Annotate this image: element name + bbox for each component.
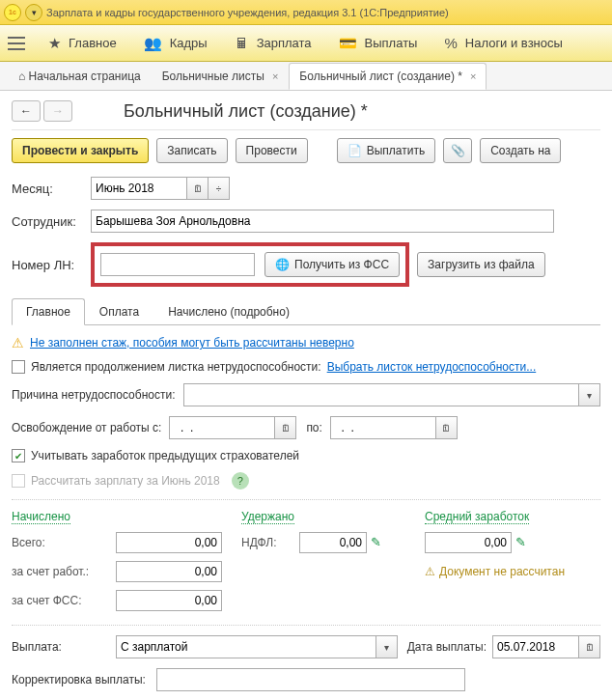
- pencil-icon[interactable]: ✎: [515, 535, 526, 549]
- star-icon: ★: [48, 35, 61, 52]
- calculator-icon: 🖩: [235, 35, 249, 51]
- payout-date-input[interactable]: [492, 635, 579, 658]
- get-from-fss-button[interactable]: 🌐Получить из ФСС: [264, 252, 400, 277]
- sub-tabs: Главное Оплата Начислено (подробно): [12, 298, 600, 325]
- month-stepper-icon[interactable]: ÷: [209, 177, 230, 200]
- menu-staff[interactable]: 👥Кадры: [130, 25, 221, 61]
- accrued-header[interactable]: Начислено: [12, 510, 70, 524]
- post-and-close-button[interactable]: Провести и закрыть: [12, 138, 149, 163]
- dropdown-icon[interactable]: ▾: [376, 635, 398, 658]
- window-titlebar: 1c ▾ Зарплата и кадры государственного у…: [0, 0, 612, 25]
- average-input[interactable]: [425, 532, 512, 553]
- close-icon[interactable]: ×: [470, 70, 476, 82]
- subtab-accrued[interactable]: Начислено (подробно): [153, 298, 304, 324]
- calendar-icon[interactable]: 🗓: [275, 416, 296, 439]
- dropdown-icon[interactable]: ▾: [25, 4, 42, 21]
- warning-icon: ⚠: [12, 335, 24, 350]
- reason-label: Причина нетрудоспособности:: [12, 388, 176, 402]
- menu-icon[interactable]: [8, 37, 25, 50]
- correction-row: Корректировка выплаты:: [12, 668, 600, 691]
- period-to-label: по:: [306, 421, 322, 434]
- calculation-block: Начислено Удержано Средний заработок Все…: [12, 499, 600, 611]
- menu-payments[interactable]: 💳Выплаты: [325, 25, 431, 61]
- paperclip-icon: 📎: [451, 144, 465, 157]
- main-menu: ★Главное 👥Кадры 🖩Зарплата 💳Выплаты %Нало…: [35, 25, 576, 61]
- total-input[interactable]: [116, 532, 222, 553]
- forward-button: →: [43, 100, 72, 122]
- attach-button[interactable]: 📎: [443, 138, 472, 163]
- nav-header: ← → Больничный лист (создание) *: [12, 100, 600, 130]
- ndfl-label: НДФЛ:: [241, 536, 299, 549]
- menu-main[interactable]: ★Главное: [35, 25, 130, 61]
- recalc-checkbox: [12, 474, 25, 488]
- ln-label: Номер ЛН:: [12, 258, 91, 272]
- period-row: Освобождение от работы с: 🗓 по: 🗓: [12, 416, 600, 439]
- reason-dropdown-icon[interactable]: ▾: [579, 383, 600, 406]
- save-button[interactable]: Записать: [156, 138, 227, 163]
- hint-icon[interactable]: ?: [232, 472, 249, 490]
- withheld-header[interactable]: Удержано: [241, 510, 294, 524]
- payout-select[interactable]: [116, 635, 376, 658]
- fss-highlight-box: 🌐Получить из ФСС: [91, 242, 409, 287]
- continuation-label: Является продолжением листка нетрудоспос…: [31, 360, 321, 374]
- people-icon: 👥: [144, 35, 162, 52]
- employee-row: Сотрудник:: [12, 210, 600, 233]
- correction-label: Корректировка выплаты:: [12, 673, 156, 686]
- calendar-icon[interactable]: 🗓: [579, 635, 600, 658]
- window-title: Зарплата и кадры государственного учрежд…: [46, 7, 449, 18]
- payout-row: Выплата: ▾ Дата выплаты: 🗓: [12, 625, 600, 658]
- month-input[interactable]: [91, 177, 187, 200]
- average-header[interactable]: Средний заработок: [425, 510, 529, 524]
- prev-employers-checkbox[interactable]: ✔: [12, 449, 25, 462]
- back-button[interactable]: ←: [12, 100, 41, 122]
- select-sheet-link[interactable]: Выбрать листок нетрудоспособности...: [327, 360, 537, 374]
- warning-icon: ⚠: [425, 565, 435, 578]
- continuation-checkbox[interactable]: [12, 360, 25, 374]
- ln-number-input[interactable]: [100, 253, 255, 276]
- payout-date-label: Дата выплаты:: [407, 640, 487, 654]
- subtab-main[interactable]: Главное: [12, 298, 85, 325]
- reason-input[interactable]: [183, 383, 580, 406]
- recalc-label: Рассчитать зарплату за Июнь 2018: [31, 474, 220, 488]
- subtab-payment[interactable]: Оплата: [85, 298, 153, 324]
- recalc-row: Рассчитать зарплату за Июнь 2018 ?: [12, 472, 600, 490]
- globe-icon: 🌐: [275, 258, 290, 271]
- employee-label: Сотрудник:: [12, 214, 91, 229]
- ln-row: Номер ЛН: 🌐Получить из ФСС Загрузить из …: [12, 242, 600, 287]
- correction-input[interactable]: [156, 668, 465, 691]
- menu-salary[interactable]: 🖩Зарплата: [221, 25, 325, 61]
- tab-sick-doc[interactable]: Больничный лист (создание) *×: [289, 63, 487, 90]
- employee-input[interactable]: [91, 210, 554, 233]
- prev-employers-row: ✔ Учитывать заработок предыдущих страхов…: [12, 449, 600, 462]
- pay-button[interactable]: 📄Выплатить: [337, 138, 436, 163]
- date-from-input[interactable]: [169, 416, 275, 439]
- money-icon: 📄: [348, 144, 362, 157]
- main-toolbar: ★Главное 👥Кадры 🖩Зарплата 💳Выплаты %Нало…: [0, 25, 612, 62]
- load-from-file-button[interactable]: Загрузить из файла: [417, 252, 545, 277]
- fss-input[interactable]: [116, 590, 222, 611]
- employer-label: за счет работ.:: [12, 565, 116, 578]
- ndfl-input[interactable]: [299, 532, 367, 553]
- not-calculated-label: Документ не рассчитан: [439, 565, 565, 578]
- payout-label: Выплата:: [12, 640, 116, 654]
- month-input-wrap: 🗓 ÷: [91, 177, 230, 200]
- create-based-button[interactable]: Создать на: [480, 138, 561, 163]
- tab-sick-list[interactable]: Больничные листы×: [152, 63, 290, 90]
- employer-input[interactable]: [116, 561, 222, 582]
- home-icon: ⌂: [18, 70, 25, 83]
- post-button[interactable]: Провести: [236, 138, 308, 163]
- action-toolbar: Провести и закрыть Записать Провести 📄Вы…: [12, 138, 600, 163]
- calendar-icon[interactable]: 🗓: [436, 416, 458, 439]
- date-to-input[interactable]: [330, 416, 436, 439]
- prev-employers-label: Учитывать заработок предыдущих страховат…: [31, 449, 299, 462]
- close-icon[interactable]: ×: [272, 70, 278, 82]
- pencil-icon[interactable]: ✎: [371, 535, 381, 549]
- fss-label: за счет ФСС:: [12, 594, 116, 607]
- continuation-row: Является продолжением листка нетрудоспос…: [12, 360, 600, 374]
- tab-home[interactable]: ⌂ Начальная страница: [8, 63, 152, 90]
- warning-link[interactable]: Не заполнен стаж, пособия могут быть рас…: [30, 336, 354, 350]
- page-title: Больничный лист (создание) *: [124, 101, 368, 122]
- menu-taxes[interactable]: %Налоги и взносы: [431, 25, 575, 61]
- document-form: ← → Больничный лист (создание) * Провест…: [0, 91, 612, 700]
- month-picker-icon[interactable]: 🗓: [187, 177, 209, 200]
